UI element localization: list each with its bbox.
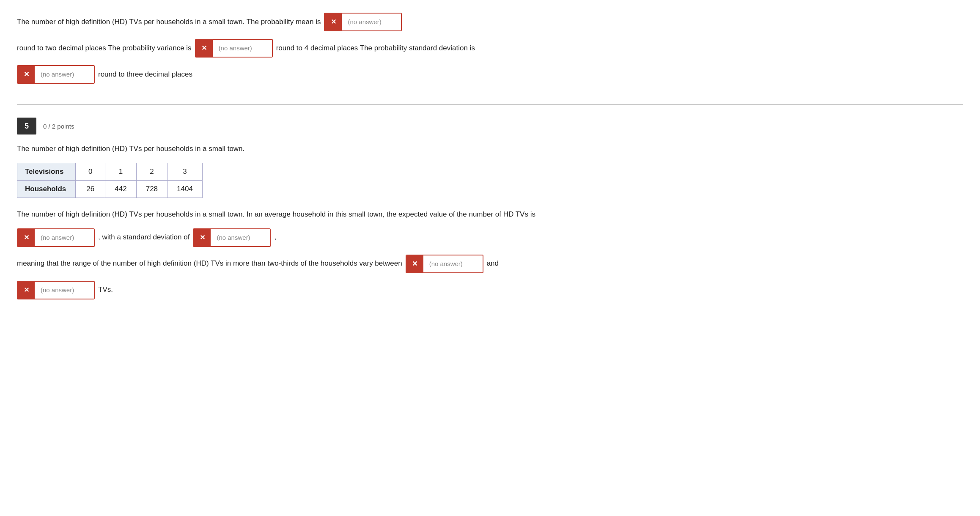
q5-answer4-box: ✕ (no answer) [17, 281, 95, 299]
question5-points: 0 / 2 points [43, 123, 74, 130]
question5-header: 5 0 / 2 points [17, 118, 963, 134]
top-line2-text-post: round to 4 decimal places The probabilit… [276, 42, 475, 55]
table-cell-hh-3: 1404 [167, 180, 203, 198]
top-answer1-clear[interactable]: ✕ [325, 13, 342, 31]
table-cell-tv-2: 2 [136, 163, 167, 180]
table-cell-hh-1: 442 [105, 180, 136, 198]
q5-answer2-clear[interactable]: ✕ [194, 228, 211, 247]
top-line1: The number of high definition (HD) TVs p… [17, 13, 963, 31]
table-cell-tv-0: 0 [76, 163, 105, 180]
q5-answer4-value[interactable]: (no answer) [35, 281, 94, 299]
question5-answer-line2: meaning that the range of the number of … [17, 255, 963, 273]
page-container: The number of high definition (HD) TVs p… [0, 0, 980, 516]
top-answer3-box: ✕ (no answer) [17, 65, 95, 84]
top-answer2-box: ✕ (no answer) [195, 39, 273, 58]
top-answer1-box: ✕ (no answer) [324, 13, 402, 31]
table-header-televisions: Televisions [17, 163, 76, 180]
question5-table: Televisions 0 1 2 3 Households 26 442 72… [17, 163, 203, 198]
q5-answer1-clear[interactable]: ✕ [18, 228, 35, 247]
q5-answer2-value[interactable]: (no answer) [211, 228, 270, 247]
table-cell-hh-0: 26 [76, 180, 105, 198]
q5-answer3-clear[interactable]: ✕ [406, 255, 423, 273]
q5-answer3-box: ✕ (no answer) [406, 255, 483, 273]
top-answer2-clear[interactable]: ✕ [196, 39, 213, 58]
q5-answer2-box: ✕ (no answer) [193, 228, 271, 247]
top-answer2-value[interactable]: (no answer) [213, 39, 272, 58]
q5-answer1-value[interactable]: (no answer) [35, 228, 94, 247]
top-answer1-value[interactable]: (no answer) [342, 13, 401, 31]
question5-answer-line1: ✕ (no answer) , with a standard deviatio… [17, 228, 963, 247]
para1-text-pre: The number of high definition (HD) TVs p… [17, 210, 535, 218]
q5-answer3-value[interactable]: (no answer) [423, 255, 483, 273]
table-row-televisions: Televisions 0 1 2 3 [17, 163, 203, 180]
para2-text-post: TVs. [98, 284, 113, 296]
para1-text-post: , [274, 231, 276, 244]
table-row-households: Households 26 442 728 1404 [17, 180, 203, 198]
top-line2: round to two decimal places The probabil… [17, 39, 963, 58]
table-cell-hh-2: 728 [136, 180, 167, 198]
top-line3-text-post: round to three decimal places [98, 69, 192, 81]
top-line2-text-pre: round to two decimal places The probabil… [17, 42, 192, 55]
q5-answer1-box: ✕ (no answer) [17, 228, 95, 247]
table-header-households: Households [17, 180, 76, 198]
question5-answer-line3: ✕ (no answer) TVs. [17, 281, 963, 299]
top-line1-text: The number of high definition (HD) TVs p… [17, 16, 321, 28]
top-answer3-clear[interactable]: ✕ [18, 65, 35, 84]
para2-text-pre: meaning that the range of the number of … [17, 258, 402, 270]
question5-block: 5 0 / 2 points The number of high defini… [17, 118, 963, 299]
question5-intro: The number of high definition (HD) TVs p… [17, 143, 963, 155]
top-answer3-value[interactable]: (no answer) [35, 65, 94, 84]
table-cell-tv-3: 3 [167, 163, 203, 180]
para2-text-mid: and [487, 258, 499, 270]
top-line3: ✕ (no answer) round to three decimal pla… [17, 65, 963, 84]
q5-answer4-clear[interactable]: ✕ [18, 281, 35, 299]
top-section: The number of high definition (HD) TVs p… [17, 13, 963, 105]
question5-number: 5 [17, 118, 36, 134]
table-cell-tv-1: 1 [105, 163, 136, 180]
question5-para1: The number of high definition (HD) TVs p… [17, 208, 963, 221]
para1-text-mid: , with a standard deviation of [98, 231, 189, 244]
